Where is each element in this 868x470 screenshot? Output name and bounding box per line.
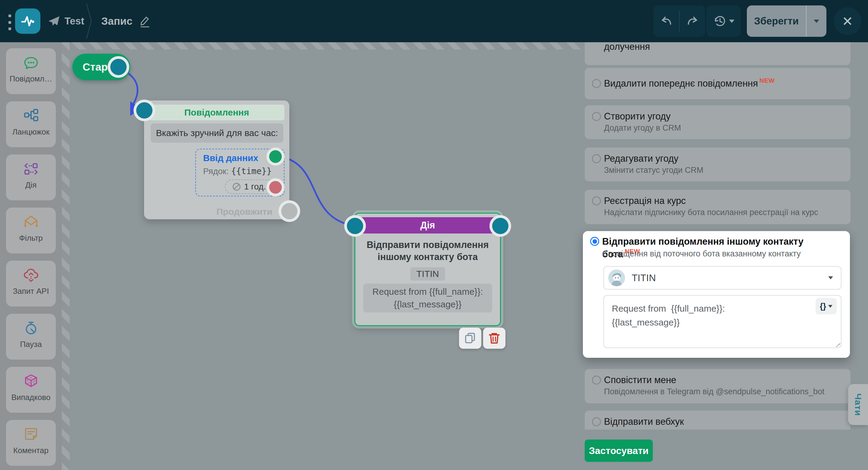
braces-icon: {} <box>820 302 826 311</box>
option-create-deal[interactable]: Створити угоду Додати угоду в CRM <box>585 105 850 139</box>
flowchart-chain-icon <box>22 108 40 124</box>
palette-item-filter[interactable]: Фільтр <box>6 208 56 254</box>
option-title: Реєстрація на курс <box>604 195 843 207</box>
bot-selector[interactable]: Test <box>48 0 84 42</box>
data-input-timeout-port[interactable] <box>269 181 282 194</box>
chats-tab-label: Чати <box>853 393 863 416</box>
action-node-input-port[interactable] <box>347 218 363 234</box>
option-course-registration[interactable]: Реєстрація на курс Надіслати підписнику … <box>585 190 850 224</box>
action-message-preview: Request from {{full_name}}: {{last_messa… <box>363 284 492 313</box>
radio-unselected[interactable] <box>592 376 601 385</box>
contact-name: TITIN <box>632 272 828 284</box>
undo-button[interactable] <box>653 5 679 37</box>
palette-item-label: Фільтр <box>19 234 43 243</box>
radio-unselected[interactable] <box>592 154 601 163</box>
option-notify-me[interactable]: Сповістити мене Повідомлення в Telegram … <box>585 369 850 403</box>
flow-title-group: Запис <box>101 0 151 42</box>
message-text-input[interactable]: Request from {{full_name}}: {{last_messa… <box>603 295 841 348</box>
option-edit-deal[interactable]: Редагувати угоду Змінити статус угоди CR… <box>585 148 850 181</box>
continue-label: Продовжити <box>216 207 273 217</box>
radio-selected[interactable] <box>590 237 599 246</box>
data-input-row-label: Рядок: <box>203 167 229 176</box>
option-title: Створити угоду <box>604 110 843 123</box>
chevron-down-icon <box>729 20 735 23</box>
palette-item-chain[interactable]: Ланцюжок <box>6 101 56 147</box>
save-options-button[interactable] <box>807 20 827 23</box>
redo-icon <box>686 14 700 28</box>
close-icon: ✕ <box>842 13 853 29</box>
option-title: Редагувати угоду <box>604 152 843 165</box>
message-node[interactable]: Повідомлення Вкажіть зручний для вас час… <box>144 100 289 219</box>
action-node-output-port[interactable] <box>492 218 508 234</box>
duplicate-icon <box>464 331 477 345</box>
chevron-down-icon <box>814 20 819 23</box>
action-message-line1: Request from {{full_name}}: <box>373 285 483 298</box>
canvas-edge-hatch-left <box>62 42 70 470</box>
action-message-line2: {{last_message}} <box>394 298 461 311</box>
radio-unselected[interactable] <box>592 112 601 121</box>
option-title: Видалити попереднє повідомленняNEW <box>604 77 843 91</box>
stopwatch-icon <box>22 320 40 337</box>
radio-unselected[interactable] <box>592 79 601 88</box>
breadcrumb-separator <box>86 3 93 39</box>
radio-unselected[interactable] <box>592 196 601 205</box>
message-node-input-port[interactable] <box>136 102 153 119</box>
duplicate-node-button[interactable] <box>459 328 481 349</box>
chats-tab[interactable]: Чати <box>848 384 868 425</box>
radio-unselected[interactable] <box>592 417 601 426</box>
message-bubble[interactable]: Вкажіть зручний для вас час: <box>151 123 283 143</box>
action-code-icon <box>22 160 40 177</box>
start-node-output-port[interactable] <box>110 59 127 75</box>
save-button[interactable]: Зберегти <box>747 16 806 27</box>
undo-redo-group <box>653 5 705 37</box>
bot-name: Test <box>64 16 84 27</box>
canvas-edge-hatch-top <box>62 42 583 50</box>
insert-variable-button[interactable]: {} <box>815 298 837 314</box>
chevron-down-icon <box>828 276 833 280</box>
kebab-menu-icon[interactable] <box>7 14 12 30</box>
close-button[interactable]: ✕ <box>834 7 861 35</box>
history-button[interactable] <box>707 5 741 37</box>
flow-title: Запис <box>101 15 133 27</box>
palette-item-comment[interactable]: Коментар <box>6 420 56 466</box>
palette-item-label: Ланцюжок <box>12 127 50 137</box>
delete-node-button[interactable] <box>483 328 505 349</box>
trash-icon <box>488 331 501 345</box>
action-description: Відправити повідомлення іншому контакту … <box>363 239 493 263</box>
continue-port[interactable] <box>281 203 298 219</box>
data-input-block[interactable]: Ввід данних Рядок: {{time}} 1 год. <box>195 149 284 196</box>
option-subtitle: Надіслати підписнику бота посилання реєс… <box>604 208 843 217</box>
option-title: Відправити вебхук <box>604 415 843 428</box>
sendpulse-logo[interactable] <box>15 8 40 34</box>
redo-button[interactable] <box>680 5 705 37</box>
clock-history-icon <box>713 14 727 28</box>
option-send-message-to-contact-selected[interactable]: Відправити повідомлення іншому контакту … <box>583 231 850 358</box>
top-bar: Test Запис <box>0 0 868 42</box>
data-input-row: Рядок: {{time}} <box>203 166 272 176</box>
contact-select[interactable]: TITIN <box>603 266 841 290</box>
option-delete-previous-message[interactable]: Видалити попереднє повідомленняNEW <box>585 68 850 99</box>
option-subtitle: Додати угоду в CRM <box>604 123 843 133</box>
start-node-label: Старт <box>83 54 113 80</box>
palette-item-message[interactable]: Повідомл… <box>6 48 56 94</box>
apply-button[interactable]: Застосувати <box>585 440 653 462</box>
action-node-selected[interactable]: Дія Відправити повідомлення іншому конта… <box>354 213 501 326</box>
chevron-down-icon <box>828 305 832 308</box>
palette-item-action[interactable]: Дія <box>6 154 56 200</box>
chat-bubble-icon <box>22 54 40 71</box>
palette-item-random[interactable]: Випадково <box>6 367 56 413</box>
option-title: Сповістити мене <box>604 374 843 386</box>
undo-icon <box>659 14 673 28</box>
data-input-success-port[interactable] <box>269 150 282 163</box>
action-node-title: Дія <box>360 217 496 234</box>
timeout-label: 1 год. <box>244 182 266 192</box>
action-contact-chip: TITIN <box>410 267 445 281</box>
edit-pencil-icon[interactable] <box>138 14 151 28</box>
palette-item-api-request[interactable]: Запит API <box>6 261 56 306</box>
message-node-title: Повідомлення <box>149 105 284 120</box>
palette-item-pause[interactable]: Пауза <box>6 314 56 360</box>
start-node[interactable]: Старт <box>72 54 130 80</box>
filter-diamond-icon <box>22 213 40 231</box>
dice-cube-icon <box>22 373 40 390</box>
palette-item-label: Повідомл… <box>10 74 52 84</box>
